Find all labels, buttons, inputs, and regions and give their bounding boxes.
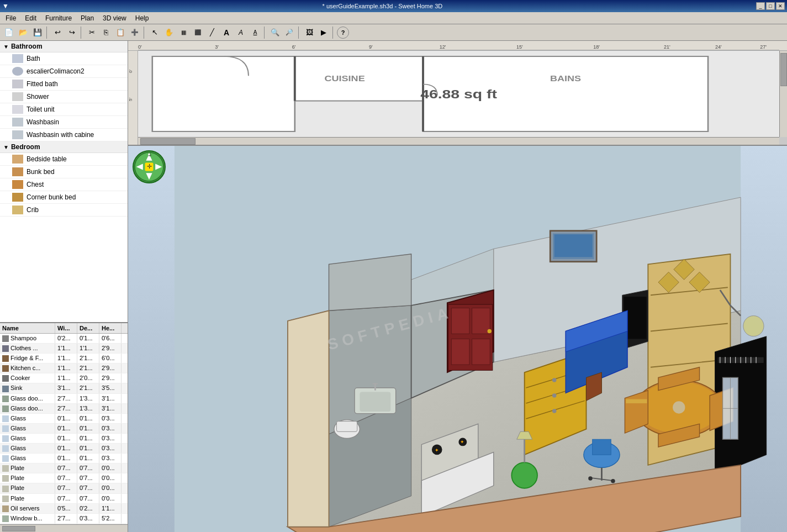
table-row[interactable]: Plate0'7...0'7...0'0... xyxy=(0,494,128,504)
svg-rect-29 xyxy=(472,308,490,334)
window-controls[interactable]: _ □ ✕ xyxy=(756,2,785,10)
cell-depth: 0'7... xyxy=(77,494,99,503)
table-row[interactable]: Clothes ...1'1...1'1...2'9... xyxy=(0,344,128,354)
tree-item-crib[interactable]: Crib xyxy=(0,204,128,217)
cell-depth: 0'1... xyxy=(77,414,99,423)
create-rooms-button[interactable]: ⬛ xyxy=(191,26,204,39)
text-style-button[interactable]: A xyxy=(234,26,247,39)
table-row[interactable]: Kitchen c...1'1...2'1...2'9... xyxy=(0,364,128,373)
copy-button[interactable]: ⎘ xyxy=(99,26,113,39)
floorplan-vscrollbar[interactable] xyxy=(779,51,787,137)
menu-help[interactable]: Help xyxy=(131,13,154,23)
paste-button[interactable]: 📋 xyxy=(114,26,127,39)
table-row[interactable]: Plate0'7...0'7...0'0... xyxy=(0,463,128,473)
nav-label-up: ▲ xyxy=(147,151,151,156)
table-row[interactable]: Glass0'1...0'1...0'3... xyxy=(0,444,128,454)
cell-width: 2'7... xyxy=(55,404,77,413)
create-polyline-button[interactable]: ╱ xyxy=(205,26,219,39)
video-button[interactable]: ▶ xyxy=(317,26,330,39)
menu-file[interactable]: File xyxy=(1,13,20,23)
table-row[interactable]: Glass0'1...0'1...0'3... xyxy=(0,434,128,444)
table-hscrollbar[interactable] xyxy=(0,524,128,532)
tree-item-bedside[interactable]: Bedside table xyxy=(0,153,128,166)
table-row[interactable]: Cooker1'1...2'0...2'9... xyxy=(0,373,128,383)
cell-width: 0'1... xyxy=(55,454,77,463)
item-label: Bedside table xyxy=(27,155,67,163)
cell-width: 1'1... xyxy=(55,364,77,373)
cut-button[interactable]: ✂ xyxy=(85,26,98,39)
text-style2-button[interactable]: A xyxy=(249,26,262,39)
tree-item-escalier[interactable]: escalierColimacon2 xyxy=(0,65,128,78)
select-button[interactable]: ↖ xyxy=(148,26,161,39)
menu-furniture[interactable]: Furniture xyxy=(41,13,76,23)
zoom-in-button[interactable]: 🔍 xyxy=(268,26,282,39)
tree-item-washbasin-cabinet[interactable]: Washbasin with cabine xyxy=(0,129,128,141)
floorplan-content[interactable]: CUISINE BAINS 46.88 sq ft xyxy=(138,51,779,137)
svg-rect-75 xyxy=(593,439,611,455)
menu-plan[interactable]: Plan xyxy=(76,13,98,23)
tree-item-shower[interactable]: Shower xyxy=(0,91,128,103)
cell-name: Sink xyxy=(0,383,55,393)
3d-view[interactable]: ✛ ▲ SOFTPEDIA xyxy=(128,146,787,532)
svg-rect-1 xyxy=(152,56,295,131)
cell-width: 0'7... xyxy=(55,483,77,493)
table-row[interactable]: Glass0'1...0'1...0'3... xyxy=(0,424,128,434)
table-row[interactable]: Fridge & F...1'1...2'1...6'0... xyxy=(0,354,128,364)
create-text-button[interactable]: A xyxy=(220,26,233,39)
tree-item-washbasin[interactable]: Washbasin xyxy=(0,116,128,129)
new-button[interactable]: 📄 xyxy=(2,26,15,39)
tree-item-toilet[interactable]: Toilet unit xyxy=(0,103,128,116)
svg-point-79 xyxy=(611,479,615,483)
close-button[interactable]: ✕ xyxy=(776,2,785,10)
table-row[interactable]: Plate0'7...0'7...0'0... xyxy=(0,473,128,483)
category-bathroom[interactable]: ▼ Bathroom xyxy=(0,41,128,52)
pan-button[interactable]: ✋ xyxy=(162,26,176,39)
cell-depth: 1'1... xyxy=(77,344,99,353)
table-row[interactable]: Glass0'1...0'1...0'3... xyxy=(0,414,128,424)
floorplan-hscrollbar[interactable] xyxy=(138,137,779,145)
tree-item-chest[interactable]: Chest xyxy=(0,178,128,191)
svg-marker-98 xyxy=(288,310,329,526)
cell-name: Clothes ... xyxy=(0,344,55,353)
add-furniture-button[interactable]: ➕ xyxy=(128,26,141,39)
table-row[interactable]: Glass0'1...0'1...0'3... xyxy=(0,454,128,463)
table-row[interactable]: Shampoo0'2...0'1...0'6... xyxy=(0,334,128,344)
category-bedroom[interactable]: ▼ Bedroom xyxy=(0,141,128,153)
help-button[interactable]: ? xyxy=(337,27,349,39)
cell-width: 0'7... xyxy=(55,473,77,483)
navigation-widget[interactable]: ✛ ▲ xyxy=(133,150,166,183)
tree-item-fittedbath[interactable]: Fitted bath xyxy=(0,78,128,91)
cell-depth: 0'1... xyxy=(77,444,99,453)
item-label: Fitted bath xyxy=(27,80,58,88)
tree-item-cornerbunk[interactable]: Corner bunk bed xyxy=(0,191,128,204)
table-row[interactable]: Glass doo...2'7...1'3...3'1... xyxy=(0,394,128,404)
menu-edit[interactable]: Edit xyxy=(20,13,41,23)
menu-3dview[interactable]: 3D view xyxy=(98,13,131,23)
furniture-tree[interactable]: ▼ Bathroom Bath escalierColimacon2 Fitte… xyxy=(0,41,128,322)
save-button[interactable]: 💾 xyxy=(31,26,44,39)
table-row[interactable]: Glass doo...2'7...1'3...3'1... xyxy=(0,404,128,414)
cell-height: 0'0... xyxy=(99,473,122,483)
table-body[interactable]: Shampoo0'2...0'1...0'6...Clothes ...1'1.… xyxy=(0,334,128,524)
table-row[interactable]: Sink3'1...2'1...3'5... xyxy=(0,383,128,393)
open-button[interactable]: 📂 xyxy=(17,26,30,39)
redo-button[interactable]: ↪ xyxy=(65,26,78,39)
zoom-out-button[interactable]: 🔎 xyxy=(283,26,296,39)
table-row[interactable]: Oil servers0'5...0'2...1'1... xyxy=(0,504,128,514)
floorplan-area[interactable]: 0' 3' 6' 9' 12' 15' 18' 21' 24' 27' 0' 5… xyxy=(128,41,787,146)
svg-point-78 xyxy=(588,476,592,480)
col-width: Wi... xyxy=(55,323,77,333)
import-image-button[interactable]: 🖼 xyxy=(303,26,316,39)
main-area: ▼ Bathroom Bath escalierColimacon2 Fitte… xyxy=(0,41,787,532)
minimize-button[interactable]: _ xyxy=(756,2,765,10)
tree-item-bunkbed[interactable]: Bunk bed xyxy=(0,166,128,178)
separator-2 xyxy=(81,27,83,39)
maximize-button[interactable]: □ xyxy=(766,2,775,10)
toolbar: 📄 📂 💾 ↩ ↪ ✂ ⎘ 📋 ➕ ↖ ✋ ▦ ⬛ ╱ A A A 🔍 🔎 🖼 … xyxy=(0,24,787,41)
table-row[interactable]: Window b...2'7...0'3...5'2... xyxy=(0,514,128,524)
table-row[interactable]: Plate0'7...0'7...0'0... xyxy=(0,483,128,493)
undo-button[interactable]: ↩ xyxy=(51,26,64,39)
create-walls-button[interactable]: ▦ xyxy=(177,26,190,39)
tree-item-bath[interactable]: Bath xyxy=(0,52,128,65)
cell-height: 1'1... xyxy=(99,504,122,513)
